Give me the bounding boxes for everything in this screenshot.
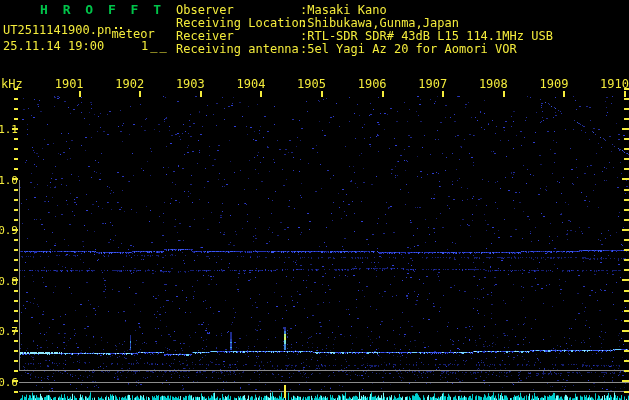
info-label: Observer [176,3,234,17]
hrofft-screen: H R O F F T UT2511141900.pnmeteor 25.11.… [0,0,629,400]
frequency-axis: 1.11.00.90.80.70.6 [0,0,24,400]
time-axis-label: 1910 [595,78,629,91]
time-axis-label: 1906 [353,78,387,91]
time-axis: 1901190219031904190519061907190819091910 [0,78,629,91]
time-axis-label: 1908 [474,78,508,91]
time-axis-label: 1904 [231,78,265,91]
app-title: H R O F F T [40,3,165,16]
frequency-axis-label: 1.1 [0,123,18,136]
filename-line: UT2511141900.pnmeteor [3,24,155,37]
info-row: Receiving antenna :5el Yagi Az 20 for Ao… [176,43,306,56]
info-label: Receiver [176,29,234,43]
time-axis-label: 1909 [534,78,568,91]
time-axis-label: 1905 [292,78,326,91]
info-value: :5el Yagi Az 20 for Aomori VOR [300,43,517,56]
frequency-axis-label: 1.0 [0,174,18,187]
frequency-axis-label: 0.6 [0,376,18,389]
clipped-glyph-dots [115,27,117,29]
frequency-axis-label: 0.8 [0,275,18,288]
frequency-axis-label: 0.9 [0,224,18,237]
echo-counter: 1__ [141,40,169,53]
time-axis-label: 1901 [50,78,84,91]
info-label: Receiving antenna [176,42,299,56]
spectrogram-canvas [0,0,629,400]
frequency-axis-label: 0.7 [0,325,18,338]
header-info: Observer :Masaki Kano Receiving Location… [176,4,306,56]
time-axis-label: 1907 [413,78,447,91]
time-axis-label: 1903 [171,78,205,91]
time-axis-label: 1902 [110,78,144,91]
info-label: Receiving Location [176,16,306,30]
